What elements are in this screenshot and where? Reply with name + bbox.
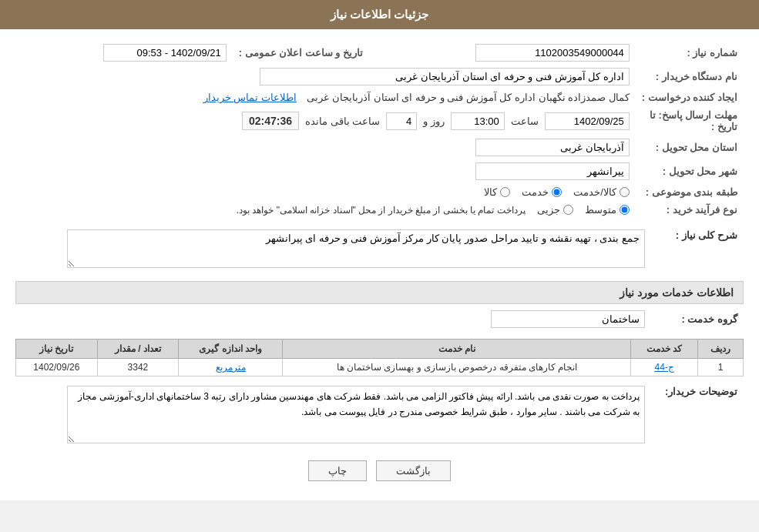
creator-label: ایجاد کننده درخواست : [636, 89, 744, 106]
purchase-type-label: نوع فرآیند خرید : [636, 201, 744, 219]
deadline-time-label: ساعت [511, 115, 539, 127]
category-radio-goods[interactable] [500, 187, 510, 197]
buyer-org-label: نام دستگاه خریدار : [636, 65, 744, 89]
cell-unit: مترمربع [179, 359, 283, 376]
need-desc-wrapper: جمع بندی ، تهیه نقشه و تایید مراحل صدور … [22, 229, 645, 270]
row-need-desc: شرح کلی نیاز : جمع بندی ، تهیه نقشه و تا… [15, 226, 744, 273]
services-table-head: ردیف کد خدمت نام خدمت واحد اندازه گیری ت… [16, 340, 744, 359]
print-button[interactable]: چاپ [308, 460, 367, 481]
city-label: شهر محل تحویل : [636, 159, 744, 183]
category-label-goods: کالا [484, 186, 497, 198]
col-header-date: تاریخ نیاز [16, 340, 98, 359]
category-label-service: خدمت [522, 186, 549, 198]
need-number-input[interactable] [475, 44, 630, 62]
table-row: 1 ج-44 انجام کارهای متفرقه درخصوص بازساز… [16, 359, 744, 376]
row-creator: ایجاد کننده درخواست : کمال صمدزاده نگهبا… [15, 89, 744, 106]
cell-service-name: انجام کارهای متفرقه درخصوص بازسازی و بهس… [283, 359, 631, 376]
purchase-type-note: پرداخت تمام یا بخشی از مبلغ خریدار از مح… [237, 205, 526, 216]
deadline-label: مهلت ارسال پاسخ: تا تاریخ : [636, 106, 744, 136]
col-header-service-code: کد خدمت [631, 340, 698, 359]
col-header-qty: تعداد / مقدار [97, 340, 179, 359]
col-header-service-name: نام خدمت [283, 340, 631, 359]
category-radio-group: کالا/خدمت خدمت کالا [22, 186, 630, 198]
deadline-days-label: روز و [423, 115, 445, 127]
category-label-goods-service: کالا/خدمت [573, 186, 616, 198]
service-group-label: گروه خدمت : [651, 307, 744, 331]
category-option-goods-service: کالا/خدمت [573, 186, 630, 198]
page-header: جزئیات اطلاعات نیاز [0, 0, 759, 29]
back-button[interactable]: بازگشت [376, 460, 451, 481]
unit-link[interactable]: مترمربع [216, 362, 246, 373]
pub-date-input[interactable] [103, 44, 227, 62]
category-label: طبقه بندی موضوعی : [636, 183, 744, 201]
need-number-label: شماره نیاز : [636, 41, 744, 65]
service-group-table: گروه خدمت : [15, 307, 744, 331]
services-table-body: 1 ج-44 انجام کارهای متفرقه درخصوص بازساز… [16, 359, 744, 376]
button-bar: بازگشت چاپ [15, 460, 744, 481]
buyer-notes-textarea[interactable]: پرداخت به صورت نقدی می باشد. ارائه پیش ف… [67, 386, 645, 443]
services-section-title: اطلاعات خدمات مورد نیاز [15, 281, 744, 304]
purchase-type-radio-small[interactable] [563, 205, 573, 215]
creator-value: کمال صمدزاده نگهبان اداره کل آموزش فنی و… [307, 92, 629, 103]
purchase-type-label-small: جزیی [537, 204, 560, 216]
services-data-table: ردیف کد خدمت نام خدمت واحد اندازه گیری ت… [15, 339, 744, 376]
deadline-days-input[interactable] [386, 112, 417, 130]
cell-date: 1402/09/26 [16, 359, 98, 376]
purchase-type-option-medium: متوسط [585, 204, 630, 216]
deadline-timer: 02:47:36 [242, 112, 299, 130]
category-radio-service[interactable] [552, 187, 562, 197]
pub-date-label: تاریخ و ساعت اعلان عمومی : [233, 41, 369, 65]
cell-qty: 3342 [97, 359, 179, 376]
buyer-notes-label: توضیحات خریدار: [651, 383, 744, 449]
page-title: جزئیات اطلاعات نیاز [331, 8, 428, 21]
deadline-date-input[interactable] [545, 112, 630, 130]
category-option-service: خدمت [522, 186, 562, 198]
row-province: استان محل تحویل : [15, 136, 744, 159]
purchase-type-group: متوسط جزیی پرداخت تمام یا بخشی از مبلغ خ… [22, 204, 630, 216]
need-desc-table: شرح کلی نیاز : جمع بندی ، تهیه نقشه و تا… [15, 226, 744, 273]
col-header-row-num: ردیف [698, 340, 744, 359]
service-group-input[interactable] [491, 310, 645, 328]
buyer-notes-table: توضیحات خریدار: پرداخت به صورت نقدی می ب… [15, 383, 744, 449]
city-input[interactable] [475, 162, 630, 180]
need-desc-textarea[interactable]: جمع بندی ، تهیه نقشه و تایید مراحل صدور … [67, 229, 645, 268]
purchase-type-radio-medium[interactable] [620, 205, 630, 215]
row-need-number: شماره نیاز : تاریخ و ساعت اعلان عمومی : [15, 41, 744, 65]
purchase-type-option-small: جزیی [537, 204, 573, 216]
province-label: استان محل تحویل : [636, 136, 744, 159]
row-city: شهر محل تحویل : [15, 159, 744, 183]
col-header-unit: واحد اندازه گیری [179, 340, 283, 359]
row-category: طبقه بندی موضوعی : کالا/خدمت خدمت [15, 183, 744, 201]
content-area: شماره نیاز : تاریخ و ساعت اعلان عمومی : … [0, 29, 759, 500]
purchase-type-label-medium: متوسط [585, 204, 616, 216]
row-buyer-org: نام دستگاه خریدار : [15, 65, 744, 89]
deadline-remaining-label: ساعت باقی مانده [305, 115, 380, 127]
buyer-notes-wrapper: پرداخت به صورت نقدی می باشد. ارائه پیش ف… [22, 386, 645, 446]
cell-row-num: 1 [698, 359, 744, 376]
buyer-org-input[interactable] [260, 68, 630, 85]
row-service-group: گروه خدمت : [15, 307, 744, 331]
service-code-link[interactable]: ج-44 [654, 362, 673, 373]
province-input[interactable] [475, 139, 630, 156]
need-desc-label: شرح کلی نیاز : [651, 226, 744, 273]
creator-contact-link[interactable]: اطلاعات تماس خریدار [203, 92, 297, 103]
row-deadline: مهلت ارسال پاسخ: تا تاریخ : ساعت روز و س… [15, 106, 744, 136]
row-buyer-notes: توضیحات خریدار: پرداخت به صورت نقدی می ب… [15, 383, 744, 449]
cell-service-code: ج-44 [631, 359, 698, 376]
page-wrapper: جزئیات اطلاعات نیاز شماره نیاز : تاریخ و… [0, 0, 759, 500]
category-radio-goods-service[interactable] [620, 187, 630, 197]
category-option-goods: کالا [484, 186, 510, 198]
main-info-table: شماره نیاز : تاریخ و ساعت اعلان عمومی : … [15, 41, 744, 219]
deadline-time-input[interactable] [451, 112, 505, 130]
row-purchase-type: نوع فرآیند خرید : متوسط جزیی پرداخت تمام… [15, 201, 744, 219]
services-table-header-row: ردیف کد خدمت نام خدمت واحد اندازه گیری ت… [16, 340, 744, 359]
